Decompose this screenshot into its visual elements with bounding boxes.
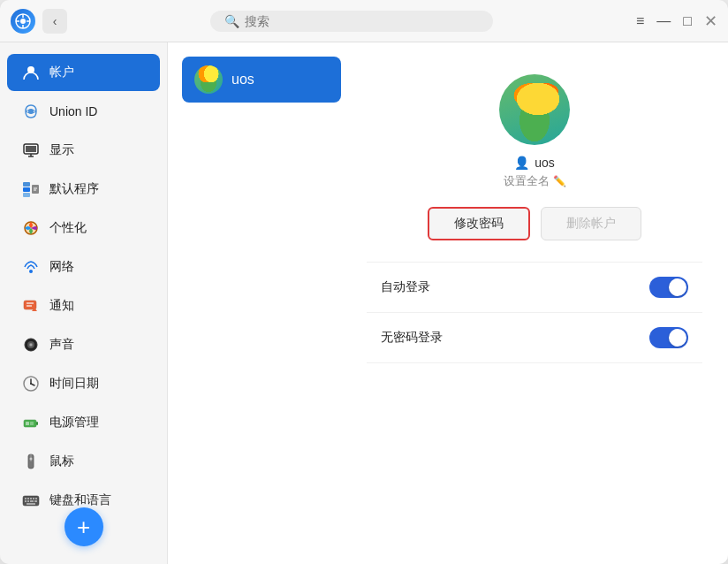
search-input-wrapper: 🔍 bbox=[210, 11, 493, 32]
maximize-button[interactable]: □ bbox=[683, 14, 692, 28]
keyboard-icon bbox=[21, 491, 41, 510]
no-password-login-row: 无密码登录 bbox=[367, 313, 702, 363]
titlebar-right: ≡ — □ ✕ bbox=[636, 13, 717, 29]
content-area: uos 👤 uos 设置全名 ✏️ 修改密码 删除帐户 自动登录 bbox=[168, 42, 728, 564]
user-name-row: 👤 uos bbox=[514, 156, 555, 170]
back-button[interactable]: ‹ bbox=[42, 9, 67, 34]
notification-icon bbox=[21, 296, 41, 316]
account-icon bbox=[21, 63, 41, 82]
sidebar-item-power[interactable]: 电源管理 bbox=[7, 404, 160, 441]
power-icon bbox=[21, 413, 41, 432]
time-icon bbox=[21, 374, 41, 393]
auto-login-label: 自动登录 bbox=[381, 279, 430, 295]
auto-login-toggle[interactable] bbox=[649, 277, 688, 298]
svg-rect-15 bbox=[32, 185, 39, 194]
app-icon bbox=[11, 9, 35, 34]
union-id-icon bbox=[21, 102, 41, 121]
svg-rect-39 bbox=[25, 498, 27, 499]
sidebar-item-label-default-app: 默认程序 bbox=[49, 181, 99, 197]
sidebar: 帐户 Union ID 显示 bbox=[0, 42, 168, 564]
svg-rect-13 bbox=[23, 182, 30, 187]
sidebar-item-label-notification: 通知 bbox=[49, 298, 74, 314]
sidebar-item-label-account: 帐户 bbox=[49, 65, 74, 80]
change-password-button[interactable]: 修改密码 bbox=[428, 207, 530, 240]
svg-rect-42 bbox=[33, 498, 34, 499]
display-icon bbox=[21, 141, 41, 160]
svg-rect-12 bbox=[23, 187, 30, 192]
user-avatar-large bbox=[499, 74, 570, 145]
svg-point-1 bbox=[20, 19, 26, 24]
sound-icon bbox=[21, 335, 41, 354]
search-input[interactable] bbox=[245, 14, 479, 28]
personalize-icon bbox=[21, 218, 41, 238]
default-app-icon bbox=[21, 179, 41, 199]
no-password-login-label: 无密码登录 bbox=[381, 330, 443, 346]
titlebar: ‹ 🔍 ≡ — □ ✕ bbox=[0, 0, 728, 42]
svg-rect-14 bbox=[23, 193, 30, 197]
sidebar-item-label-mouse: 鼠标 bbox=[49, 453, 74, 469]
svg-rect-40 bbox=[27, 498, 29, 499]
network-icon bbox=[21, 257, 41, 277]
svg-rect-48 bbox=[27, 503, 35, 505]
user-name-label: uos bbox=[535, 156, 555, 170]
settings-section: 自动登录 无密码登录 bbox=[367, 262, 702, 363]
sidebar-item-time[interactable]: 时间日期 bbox=[7, 365, 160, 402]
svg-rect-11 bbox=[26, 146, 36, 152]
sidebar-item-union-id[interactable]: Union ID bbox=[7, 93, 160, 130]
sidebar-item-network[interactable]: 网络 bbox=[7, 248, 160, 286]
sidebar-item-account[interactable]: 帐户 bbox=[7, 54, 160, 91]
svg-point-27 bbox=[30, 344, 32, 346]
search-icon: 🔍 bbox=[224, 14, 239, 28]
sidebar-item-label-network: 网络 bbox=[49, 259, 74, 275]
svg-rect-41 bbox=[30, 498, 32, 499]
sidebar-item-label-sound: 声音 bbox=[49, 337, 74, 353]
sidebar-item-default-app[interactable]: 默认程序 bbox=[7, 171, 160, 208]
svg-rect-33 bbox=[36, 422, 38, 425]
svg-rect-44 bbox=[25, 500, 27, 502]
edit-icon: ✏️ bbox=[553, 175, 566, 187]
account-avatar-uos bbox=[194, 65, 223, 94]
account-list: uos bbox=[182, 57, 341, 550]
user-detail-panel: 👤 uos 设置全名 ✏️ 修改密码 删除帐户 自动登录 无密码登录 bbox=[355, 57, 714, 550]
set-fullname-label: 设置全名 bbox=[504, 173, 550, 189]
titlebar-left: ‹ bbox=[11, 9, 67, 34]
set-fullname-row[interactable]: 设置全名 ✏️ bbox=[504, 173, 566, 189]
mouse-icon bbox=[21, 452, 41, 471]
action-buttons: 修改密码 删除帐户 bbox=[428, 207, 641, 240]
svg-rect-34 bbox=[26, 422, 29, 425]
auto-login-row: 自动登录 bbox=[367, 262, 702, 313]
sidebar-item-label-time: 时间日期 bbox=[49, 376, 99, 392]
sidebar-item-label-keyboard: 键盘和语言 bbox=[49, 492, 111, 508]
sidebar-item-label-power: 电源管理 bbox=[49, 415, 99, 431]
user-icon: 👤 bbox=[514, 156, 529, 170]
add-account-button[interactable]: + bbox=[64, 507, 103, 546]
menu-button[interactable]: ≡ bbox=[636, 14, 644, 28]
svg-rect-47 bbox=[34, 500, 37, 502]
sidebar-item-mouse[interactable]: 鼠标 bbox=[7, 443, 160, 480]
sidebar-item-personalize[interactable]: 个性化 bbox=[7, 210, 160, 247]
svg-rect-45 bbox=[27, 500, 29, 502]
delete-account-button[interactable]: 删除帐户 bbox=[541, 207, 641, 240]
svg-rect-43 bbox=[35, 498, 37, 499]
sidebar-item-notification[interactable]: 通知 bbox=[7, 287, 160, 324]
close-button[interactable]: ✕ bbox=[704, 13, 717, 29]
auto-login-toggle-knob bbox=[669, 278, 686, 296]
sidebar-item-sound[interactable]: 声音 bbox=[7, 326, 160, 363]
no-password-login-toggle[interactable] bbox=[649, 327, 688, 348]
main-layout: 帐户 Union ID 显示 bbox=[0, 42, 728, 564]
account-item-name: uos bbox=[231, 72, 254, 88]
sidebar-item-label-union-id: Union ID bbox=[49, 104, 97, 118]
svg-point-37 bbox=[30, 458, 33, 461]
minimize-button[interactable]: — bbox=[656, 14, 671, 28]
svg-rect-46 bbox=[30, 500, 34, 502]
search-bar: 🔍 bbox=[67, 11, 636, 32]
svg-rect-35 bbox=[30, 422, 34, 425]
no-password-login-toggle-knob bbox=[669, 329, 686, 347]
svg-point-19 bbox=[29, 270, 33, 273]
account-item-uos[interactable]: uos bbox=[182, 57, 341, 103]
sidebar-item-display[interactable]: 显示 bbox=[7, 132, 160, 169]
svg-point-31 bbox=[30, 383, 32, 385]
sidebar-item-label-personalize: 个性化 bbox=[49, 220, 87, 236]
sidebar-item-label-display: 显示 bbox=[49, 142, 74, 158]
